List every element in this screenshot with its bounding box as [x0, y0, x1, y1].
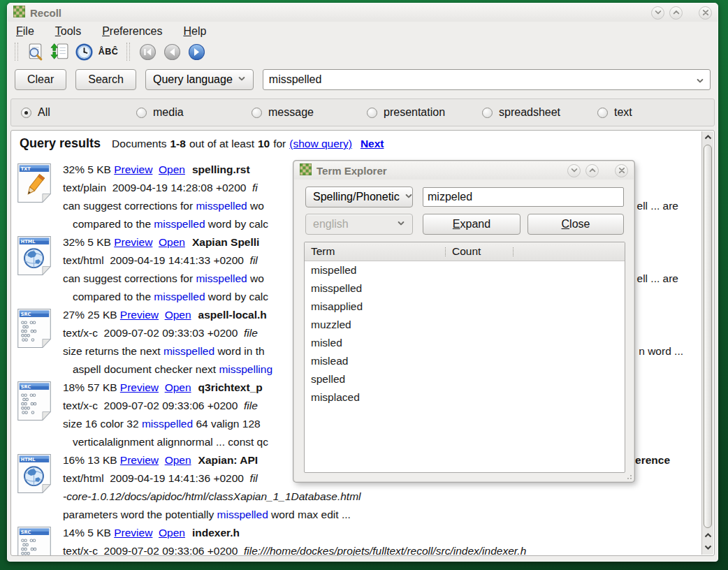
filter-label: message [268, 106, 314, 119]
term-table: Term Count mispelledmisspelledmisapplied… [304, 242, 625, 473]
prev-page-icon [161, 42, 182, 61]
term-row[interactable]: misplaced [305, 388, 625, 407]
menu-tools[interactable]: Tools [55, 25, 81, 38]
menu-file[interactable]: File [16, 25, 34, 38]
menu-help[interactable]: Help [183, 25, 206, 38]
svg-text:HTML: HTML [21, 239, 35, 244]
show-query-detail-icon[interactable] [24, 42, 45, 61]
results-scrollbar[interactable] [701, 131, 713, 555]
chevron-up-icon [588, 166, 597, 175]
expand-button[interactable]: Expand [423, 214, 520, 235]
chevron-down-icon[interactable] [696, 75, 704, 88]
shade-button[interactable] [567, 164, 581, 177]
window-title: Recoll [30, 7, 61, 19]
desktop: { "main_window": { "title": "Recoll", "c… [0, 0, 728, 570]
dialog-title: Term Explorer [316, 165, 387, 177]
result-title: q3richtext_p [198, 381, 263, 393]
term-row[interactable]: mispelled [305, 261, 625, 279]
src-document-icon: SRC [15, 306, 53, 379]
dialog-titlebar[interactable]: Term Explorer [294, 161, 634, 180]
radio-icon[interactable] [482, 108, 493, 118]
open-link[interactable]: Open [159, 163, 185, 175]
chevron-up-icon [672, 8, 680, 17]
filter-all[interactable]: All [21, 106, 136, 119]
open-link[interactable]: Open [165, 381, 191, 393]
txt-document-icon: TXT [15, 161, 53, 233]
term-row[interactable]: misspelled [305, 279, 625, 298]
maximize-button[interactable] [669, 6, 683, 20]
term-explorer-icon[interactable]: ÅBĈ [98, 42, 119, 61]
filter-label: text [614, 106, 632, 119]
search-input[interactable] [263, 69, 711, 90]
scroll-up-button[interactable] [702, 529, 713, 541]
menu-preferences[interactable]: Preferences [102, 25, 162, 38]
filter-message[interactable]: message [252, 106, 367, 119]
menubar: FileToolsPreferencesHelp [8, 22, 718, 40]
term-row[interactable]: spelled [305, 370, 625, 388]
next-page-icon[interactable] [186, 42, 207, 61]
filter-label: media [153, 106, 184, 119]
radio-icon[interactable] [367, 108, 377, 118]
shade-button[interactable] [651, 6, 664, 20]
result-text: 14% 5 KB Preview Openindexer.htext/x-c 2… [63, 524, 700, 555]
term-row[interactable]: misapplied [305, 298, 625, 316]
close-button[interactable] [699, 6, 712, 20]
expand-mode-value: Spelling/Phonetic [313, 191, 400, 203]
open-link[interactable]: Open [159, 236, 185, 248]
results-header: Query results Documents 1-8 out of at le… [11, 131, 714, 151]
radio-icon[interactable] [21, 108, 31, 118]
search-button[interactable]: Search [75, 69, 136, 90]
maximize-button[interactable] [585, 164, 599, 177]
sort-by-dates-icon[interactable] [73, 42, 94, 61]
column-term: Term [305, 245, 445, 258]
preview-link[interactable]: Preview [114, 163, 152, 175]
close-button[interactable]: Close [527, 214, 624, 235]
open-link[interactable]: Open [159, 527, 185, 539]
sort-by-relevance-icon[interactable] [49, 42, 70, 61]
chevron-down-icon [570, 166, 578, 175]
expand-mode-select[interactable]: Spelling/Phonetic [305, 187, 413, 207]
radio-icon[interactable] [597, 108, 608, 118]
term-row[interactable]: misled [305, 334, 625, 352]
show-query-link[interactable]: (show query) [289, 138, 352, 150]
main-titlebar[interactable]: Recoll [8, 3, 718, 22]
radio-icon[interactable] [252, 108, 262, 118]
scroll-down-button[interactable] [702, 541, 713, 553]
next-page-link[interactable]: Next [361, 138, 384, 150]
svg-text:SRC: SRC [21, 529, 31, 535]
open-link[interactable]: Open [165, 309, 191, 321]
query-mode-select[interactable]: Query language [145, 69, 254, 90]
term-row[interactable]: mislead [305, 352, 625, 370]
results-count: 10 [258, 138, 270, 150]
filter-spreadsheet[interactable]: spreadsheet [482, 106, 597, 119]
scroll-up-button[interactable] [702, 131, 713, 143]
category-filter-row: Allmediamessagepresentationspreadsheette… [10, 98, 715, 126]
search-row: Clear Search Query language [8, 65, 718, 96]
filter-presentation[interactable]: presentation [367, 106, 482, 119]
preview-link[interactable]: Preview [120, 381, 159, 393]
filter-label: presentation [384, 106, 445, 119]
open-link[interactable]: Open [165, 454, 191, 466]
clear-button[interactable]: Clear [15, 69, 66, 90]
svg-text:SRC: SRC [21, 384, 31, 390]
filter-text[interactable]: text [597, 106, 713, 119]
resize-grip[interactable] [626, 474, 632, 479]
close-button[interactable] [615, 164, 628, 177]
filter-label: All [38, 106, 50, 119]
chevron-down-icon [405, 191, 413, 203]
term-input[interactable] [423, 187, 624, 207]
preview-link[interactable]: Preview [120, 309, 159, 321]
preview-link[interactable]: Preview [114, 236, 152, 248]
documents-label: Documents [112, 138, 166, 150]
term-table-header: Term Count [305, 242, 625, 261]
result-item[interactable]: SRC14% 5 KB Preview Openindexer.htext/x-… [15, 524, 700, 555]
toolbar: ÅBĈ [8, 40, 718, 65]
preview-link[interactable]: Preview [120, 454, 159, 466]
radio-icon[interactable] [136, 108, 147, 118]
close-icon [701, 8, 710, 17]
term-row[interactable]: muzzled [305, 316, 625, 334]
filter-media[interactable]: media [136, 106, 252, 119]
column-count: Count [446, 245, 513, 258]
scrollbar-thumb[interactable] [704, 145, 712, 528]
preview-link[interactable]: Preview [114, 527, 152, 539]
